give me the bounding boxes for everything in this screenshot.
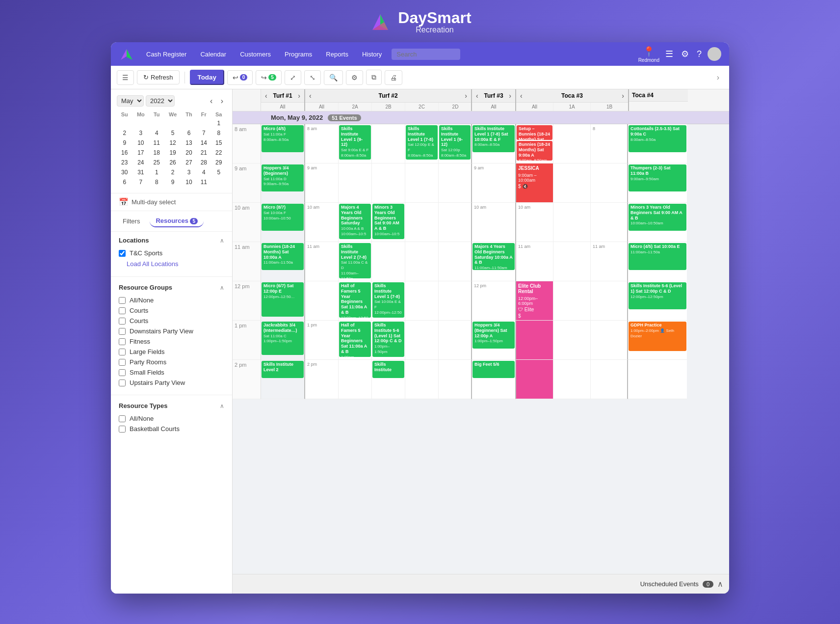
nav-search-input[interactable] [392, 49, 460, 60]
toca4-9am-cell[interactable]: Thumpers (2-3) Sat 11:00a B 9:00am–9:50a… [628, 163, 687, 203]
turf1-next-button[interactable]: › [297, 92, 301, 100]
toca3-1a-12pm-cell[interactable] [553, 281, 591, 321]
event-thumpers[interactable]: Thumpers (2-3) Sat 11:00a B 9:00am–9:50a… [629, 164, 686, 191]
load-all-locations-link[interactable]: Load All Locations [119, 258, 224, 270]
toca3-1b-2pm-cell[interactable] [591, 360, 628, 399]
event-skills-56-12[interactable]: Skills Institute 5-6 (Level 1) Sat 12:00… [629, 282, 686, 309]
toca4-12pm-cell[interactable]: Skills Institute 5-6 (Level 1) Sat 12:00… [628, 281, 687, 321]
tab-resources[interactable]: Resources 5 [150, 215, 204, 227]
turf2-2a-9am-cell[interactable] [339, 163, 372, 203]
turf3-1pm-cell[interactable]: Hoppers 3/4 (Beginners) Sat 12:00p A 1:0… [472, 321, 516, 360]
turf2-2d-11am-cell[interactable] [439, 242, 472, 281]
turf3-next-button[interactable]: › [508, 92, 512, 100]
cal-day[interactable]: 10 [132, 138, 149, 148]
cal-day[interactable]: 3 [132, 128, 149, 138]
turf1-1pm-cell[interactable]: Jackrabbits 3/4 (Intermediate…) Sat 11:0… [261, 321, 305, 360]
rg-party-rooms-checkbox[interactable] [119, 359, 126, 366]
event-micro-45-toca4[interactable]: Micro (4/5) Sat 10:00a E 11:00am–11:50a [629, 243, 686, 270]
turf2-2a-8am-cell[interactable]: Skills Institute Level 1 (9-12) Sat 9:00… [339, 124, 372, 163]
event-bunnies-toca3[interactable]: Bunnies (18-24 Months) Sat 9:00a A 8:00a… [517, 141, 552, 161]
turf1-11am-cell[interactable]: Bunnies (18-24 Months) Sat 10:00a A 11:0… [261, 242, 305, 281]
cal-day[interactable]: 8 [149, 177, 164, 187]
print-button[interactable]: 🖨 [385, 70, 402, 85]
cal-day[interactable]: 10 [182, 177, 196, 187]
turf2-2d-10am-cell[interactable] [439, 203, 472, 242]
cal-day[interactable] [196, 118, 211, 128]
turf2-2d-2pm-cell[interactable] [439, 360, 472, 399]
event-micro-67-12[interactable]: Micro (6/7) Sat 12:00p E 12:00pm–12:50… [262, 282, 304, 317]
event-majors-4yo-sat[interactable]: Majors 4 Years Old Beginners Saturday 10… [472, 243, 515, 270]
tab-filters[interactable]: Filters [117, 215, 146, 227]
turf3-10am-cell[interactable]: 10 am [472, 203, 516, 242]
turf2-2b-8am-cell[interactable] [372, 124, 405, 163]
toca3-1b-9am-cell[interactable] [591, 163, 628, 203]
turf2-2d-12pm-cell[interactable] [439, 281, 472, 321]
nav-history[interactable]: History [356, 48, 388, 61]
cal-day[interactable]: 9 [117, 138, 132, 148]
turf1-2pm-cell[interactable]: Skills Institute Level 2 [261, 360, 305, 399]
help-icon[interactable]: ? [695, 47, 704, 61]
turf3-11am-cell[interactable]: Majors 4 Years Old Beginners Saturday 10… [472, 242, 516, 281]
toca3-1b-11am-cell[interactable]: 11 am [591, 242, 628, 281]
toca3-all-1pm-cell[interactable] [516, 321, 553, 360]
turf2-2c-12pm-cell[interactable] [405, 281, 439, 321]
locations-chevron-icon[interactable]: ∧ [220, 237, 224, 244]
resource-groups-chevron-icon[interactable]: ∧ [220, 284, 224, 291]
toca4-10am-cell[interactable]: Minors 3 Years Old Beginners Sat 9:00 AM… [628, 203, 687, 242]
event-majors-4yo[interactable]: Majors 4 Years Old Beginners Saturday 10… [339, 204, 371, 239]
month-select[interactable]: May [117, 95, 144, 107]
turf2-2b-11am-cell[interactable] [372, 242, 405, 281]
multiday-select[interactable]: 📅 Multi-day select [111, 193, 232, 211]
cal-day[interactable]: 18 [149, 148, 164, 158]
location-tc-sports-checkbox[interactable] [119, 250, 126, 257]
toca3-next-button[interactable]: › [621, 92, 625, 100]
cal-day[interactable]: 5 [164, 128, 181, 138]
cal-day[interactable]: 6 [117, 177, 132, 187]
cal-day[interactable]: 11 [149, 138, 164, 148]
turf1-prev-button[interactable]: ‹ [264, 92, 268, 100]
toca3-1a-11am-cell[interactable] [553, 242, 591, 281]
cal-day[interactable]: 25 [149, 158, 164, 167]
cal-day[interactable]: 12 [164, 138, 181, 148]
event-hall-famers-5yr[interactable]: Hall of Famers 5 Year Beginners Sat 11:0… [339, 282, 371, 318]
cal-day[interactable] [164, 118, 181, 128]
event-skills-inst-2pm[interactable]: Skills Institute [372, 361, 404, 378]
cal-day[interactable]: 1 [149, 167, 164, 177]
expand-button[interactable]: ⤢ [285, 70, 301, 85]
cal-day[interactable]: 1 [211, 118, 226, 128]
turf3-prev-button[interactable]: ‹ [475, 92, 479, 100]
event-bunnies-1824[interactable]: Bunnies (18-24 Months) Sat 10:00a A 11:0… [262, 243, 304, 270]
cal-day[interactable]: 23 [117, 158, 132, 167]
cal-day[interactable]: 21 [196, 148, 211, 158]
cal-day[interactable]: 3 [182, 167, 196, 177]
turf2-2d-1pm-cell[interactable] [439, 321, 472, 360]
cal-day[interactable]: 7 [132, 177, 149, 187]
cal-day[interactable]: 2 [164, 167, 181, 177]
rg-downstairs-party-checkbox[interactable] [119, 328, 126, 335]
toca4-2pm-cell[interactable] [628, 360, 687, 399]
event-skills-2a[interactable]: Skills Institute Level 1 (9-12) Sat 9:00… [339, 125, 371, 160]
toca4-1pm-cell[interactable]: GDPH Practice 1:00pm–2:00pm 👤 Seth Dozie… [628, 321, 687, 360]
turf2-2b-1pm-cell[interactable]: Skills Institute 5-6 (Level 1) Sat 12:00… [372, 321, 405, 360]
prev-month-button[interactable]: ‹ [207, 96, 215, 107]
event-jackrabbits[interactable]: Jackrabbits 3/4 (Intermediate…) Sat 11:0… [262, 322, 304, 355]
event-minors-3yo[interactable]: Minors 3 Years Old Beginners Sat 9:00 AM… [372, 204, 404, 239]
cal-day[interactable]: 24 [132, 158, 149, 167]
nav-cash-register[interactable]: Cash Register [140, 48, 192, 61]
turf2-prev-button[interactable]: ‹ [308, 92, 313, 100]
cal-day[interactable] [182, 118, 196, 128]
rt-allnone-checkbox[interactable] [119, 415, 126, 422]
turf2-next-button[interactable]: › [464, 92, 468, 100]
list-icon[interactable]: ☰ [663, 47, 675, 61]
hamburger-menu-button[interactable]: ☰ [117, 70, 134, 85]
refresh-button[interactable]: ↻ Refresh [137, 70, 180, 84]
rg-small-fields-checkbox[interactable] [119, 369, 126, 376]
cal-day[interactable]: 20 [182, 148, 196, 158]
event-setup-bunnies[interactable]: Setup – Bunnies (18-24 Months) Sat 9:00a… [517, 125, 552, 140]
turf3-12pm-cell[interactable]: 12 pm [472, 281, 516, 321]
toca4-8am-cell[interactable]: Cottontails (2.5-3.5) Sat 9:00a C 8:00am… [628, 124, 687, 163]
toca3-1b-12pm-cell[interactable] [591, 281, 628, 321]
cal-day[interactable]: 8 [211, 128, 226, 138]
cal-day[interactable]: 4 [196, 167, 211, 177]
turf2-2d-9am-cell[interactable] [439, 163, 472, 203]
